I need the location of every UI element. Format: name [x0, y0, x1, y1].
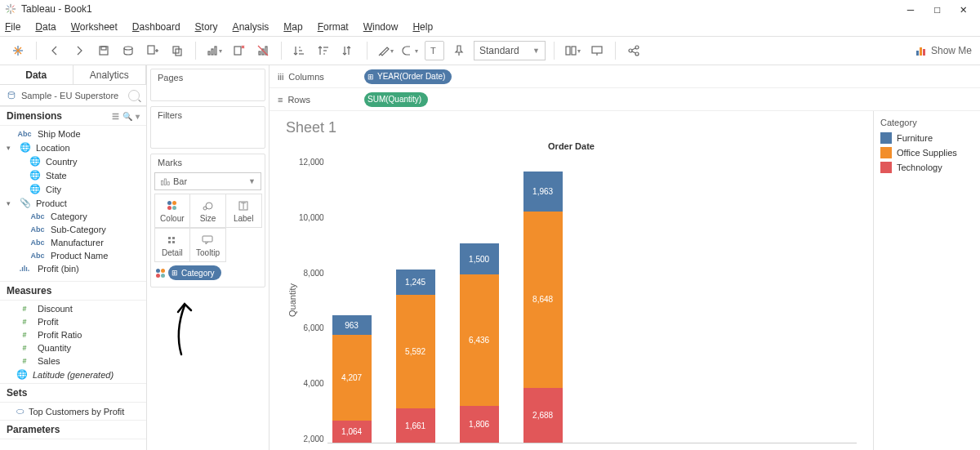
- menu-worksheet[interactable]: Worksheet: [71, 21, 118, 33]
- fit-select[interactable]: Standard▼: [474, 41, 546, 60]
- mark-type-select[interactable]: Bar▼: [154, 172, 261, 190]
- forward-button[interactable]: [69, 41, 89, 60]
- mark-size-button[interactable]: Size: [189, 194, 226, 228]
- bar-segment-technology[interactable]: 1,806: [460, 406, 499, 443]
- find-icon[interactable]: 🔍: [122, 112, 132, 121]
- field-profit-bin-[interactable]: .ılı.Profit (bin): [0, 262, 146, 275]
- bar-column[interactable]: 9634,2071,064: [332, 315, 372, 443]
- bar-segment-office-supplies[interactable]: 4,207: [332, 335, 372, 421]
- colour-legend[interactable]: Category FurnitureOffice SuppliesTechnol…: [874, 111, 980, 450]
- presentation-button[interactable]: [587, 41, 607, 60]
- data-pane: Data Analytics Sample - EU Superstore Di…: [0, 65, 147, 450]
- y-axis-label: Quantity: [286, 158, 299, 443]
- mark-tooltip-button[interactable]: Tooltip: [189, 228, 226, 262]
- field-latitude-generated-[interactable]: 🌐Latitude (generated): [0, 368, 146, 381]
- swap-button[interactable]: ▾: [204, 41, 224, 60]
- bar-segment-furniture[interactable]: 1,963: [523, 172, 563, 212]
- menu-data[interactable]: Data: [35, 21, 56, 33]
- sort-asc-button[interactable]: [290, 41, 310, 60]
- search-icon[interactable]: [128, 90, 140, 101]
- sheet-title[interactable]: Sheet 1: [286, 119, 857, 136]
- svg-rect-43: [566, 47, 570, 55]
- back-button[interactable]: [45, 41, 65, 60]
- field-discount[interactable]: #Discount: [0, 302, 146, 315]
- datasource-name[interactable]: Sample - EU Superstore: [21, 91, 118, 100]
- new-worksheet-button[interactable]: [143, 41, 163, 60]
- menu-window[interactable]: Window: [363, 21, 399, 33]
- svg-line-5: [12, 11, 15, 13]
- svg-rect-15: [148, 46, 154, 54]
- pages-card[interactable]: Pages: [150, 69, 265, 101]
- bar-segment-furniture[interactable]: 963: [332, 315, 372, 335]
- bar-segment-technology[interactable]: 1,064: [332, 421, 372, 443]
- field-country[interactable]: 🌐Country: [0, 154, 146, 168]
- minimize-button[interactable]: —: [907, 2, 914, 16]
- legend-item-furniture[interactable]: Furniture: [880, 132, 973, 144]
- menu-analysis[interactable]: Analysis: [233, 21, 270, 33]
- field-profit[interactable]: #Profit: [0, 315, 146, 328]
- legend-item-office-supplies[interactable]: Office Supplies: [880, 147, 973, 158]
- close-button[interactable]: ✕: [960, 2, 967, 16]
- clear-button[interactable]: [229, 41, 248, 60]
- group-button[interactable]: ▾: [400, 41, 420, 60]
- menu-help[interactable]: Help: [412, 21, 433, 33]
- field-top-customers-by-profit[interactable]: ⬭Top Customers by Profit: [0, 404, 146, 418]
- rows-shelf[interactable]: ≡Rows SUM(Quantity): [270, 88, 980, 111]
- duplicate-button[interactable]: [167, 41, 187, 60]
- bar-column[interactable]: 1,9638,6482,688: [523, 172, 563, 443]
- field-state[interactable]: 🌐State: [0, 168, 146, 182]
- filters-card[interactable]: Filters: [150, 106, 265, 149]
- bar-segment-furniture[interactable]: 1,245: [396, 270, 435, 295]
- field-city[interactable]: 🌐City: [0, 182, 146, 196]
- bar-column[interactable]: 1,5006,4361,806: [460, 243, 499, 443]
- rows-pill[interactable]: SUM(Quantity): [364, 92, 428, 107]
- menu-caret-icon[interactable]: ▾: [136, 112, 140, 121]
- bar-segment-office-supplies[interactable]: 5,592: [396, 295, 435, 409]
- tableau-icon[interactable]: [8, 41, 28, 60]
- field-manufacturer[interactable]: AbcManufacturer: [0, 236, 146, 249]
- field-product-name[interactable]: AbcProduct Name: [0, 249, 146, 262]
- show-cards-button[interactable]: ▾: [563, 41, 582, 60]
- pin-button[interactable]: [449, 41, 469, 60]
- save-button[interactable]: [94, 41, 114, 60]
- field-location[interactable]: ▾🌐Location: [0, 140, 146, 154]
- field-quantity[interactable]: #Quantity: [0, 341, 146, 354]
- share-button[interactable]: [624, 41, 644, 60]
- field-ship-mode[interactable]: AbcShip Mode: [0, 127, 146, 140]
- colour-pill-category[interactable]: ⊞Category: [168, 265, 221, 280]
- tab-analytics[interactable]: Analytics: [74, 65, 147, 84]
- maximize-button[interactable]: ☐: [933, 2, 940, 16]
- field-profit-ratio[interactable]: #Profit Ratio: [0, 328, 146, 341]
- menu-format[interactable]: Format: [318, 21, 349, 33]
- bar-segment-technology[interactable]: 2,688: [523, 388, 563, 443]
- legend-item-technology[interactable]: Technology: [880, 162, 973, 173]
- mark-colour-button[interactable]: Colour: [154, 194, 191, 228]
- mark-label-button[interactable]: TLabel: [225, 194, 262, 228]
- show-labels-button[interactable]: T: [425, 41, 444, 60]
- sort-button[interactable]: [339, 41, 359, 60]
- field-product[interactable]: ▾📎Product: [0, 196, 146, 210]
- bar-column[interactable]: 1,2455,5921,661: [396, 270, 435, 443]
- menu-story[interactable]: Story: [195, 21, 218, 33]
- field-sub-category[interactable]: AbcSub-Category: [0, 223, 146, 236]
- viz-canvas[interactable]: Sheet 1 Order Date Quantity 12,00010,000…: [270, 111, 874, 450]
- bar-segment-technology[interactable]: 1,661: [396, 408, 435, 443]
- mark-detail-button[interactable]: Detail: [154, 228, 191, 262]
- columns-shelf[interactable]: iiiColumns ⊞YEAR(Order Date): [270, 65, 980, 88]
- field-sales[interactable]: #Sales: [0, 354, 146, 368]
- menu-map[interactable]: Map: [283, 21, 302, 33]
- bar-segment-furniture[interactable]: 1,500: [460, 243, 499, 274]
- menu-dashboard[interactable]: Dashboard: [132, 21, 180, 33]
- menu-file[interactable]: File: [5, 21, 20, 33]
- show-me-button[interactable]: Show Me: [915, 44, 972, 57]
- tab-data[interactable]: Data: [0, 65, 74, 84]
- auto-update-button[interactable]: [253, 41, 273, 60]
- highlight-button[interactable]: ▾: [376, 41, 395, 60]
- view-list-icon[interactable]: ☰: [112, 112, 119, 121]
- field-category[interactable]: AbcCategory: [0, 210, 146, 223]
- new-datasource-button[interactable]: [118, 41, 138, 60]
- columns-pill[interactable]: ⊞YEAR(Order Date): [364, 69, 452, 84]
- bar-segment-office-supplies[interactable]: 8,648: [523, 212, 563, 388]
- bar-segment-office-supplies[interactable]: 6,436: [460, 274, 499, 406]
- sort-desc-button[interactable]: [314, 41, 334, 60]
